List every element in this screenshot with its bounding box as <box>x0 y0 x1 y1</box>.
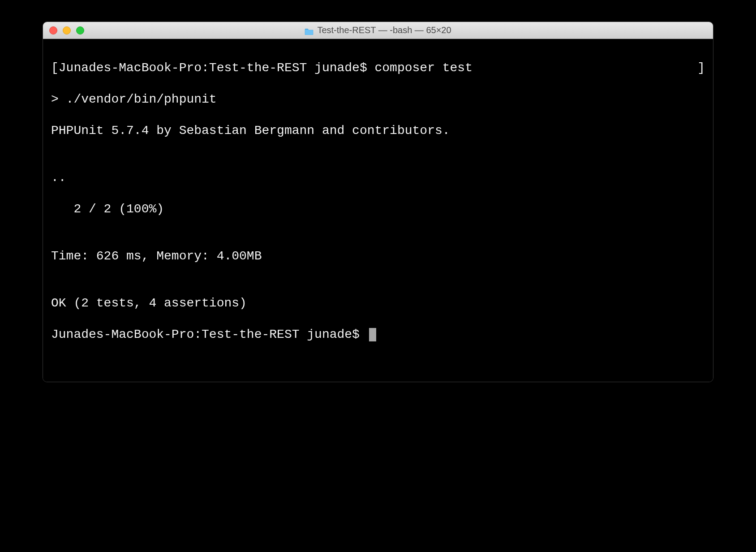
terminal-body[interactable]: [Junades-MacBook-Pro:Test-the-REST junad… <box>43 39 713 382</box>
zoom-button[interactable] <box>76 26 84 34</box>
terminal-prompt-line: Junades-MacBook-Pro:Test-the-REST junade… <box>51 327 705 342</box>
terminal-line: PHPUnit 5.7.4 by Sebastian Bergmann and … <box>51 123 705 138</box>
minimize-button[interactable] <box>63 26 71 34</box>
terminal-line: 2 / 2 (100%) <box>51 201 705 217</box>
close-button[interactable] <box>49 26 57 34</box>
terminal-line: [Junades-MacBook-Pro:Test-the-REST junad… <box>51 60 705 76</box>
terminal-line: OK (2 tests, 4 assertions) <box>51 295 705 311</box>
terminal-line: .. <box>51 170 705 185</box>
cursor-icon <box>369 328 376 341</box>
shell-prompt: Junades-MacBook-Pro:Test-the-REST junade… <box>51 328 367 341</box>
terminal-line: Time: 626 ms, Memory: 4.00MB <box>51 248 705 264</box>
prompt-right: ] <box>697 60 705 76</box>
window-title-text: Test-the-REST — -bash — 65×20 <box>317 25 451 35</box>
terminal-line: > ./vendor/bin/phpunit <box>51 91 705 107</box>
folder-icon <box>305 27 314 34</box>
prompt-left: [Junades-MacBook-Pro:Test-the-REST junad… <box>51 60 472 76</box>
window-title: Test-the-REST — -bash — 65×20 <box>305 25 451 35</box>
traffic-lights <box>49 26 84 34</box>
terminal-window: Test-the-REST — -bash — 65×20 [Junades-M… <box>43 22 713 382</box>
titlebar[interactable]: Test-the-REST — -bash — 65×20 <box>43 22 713 39</box>
